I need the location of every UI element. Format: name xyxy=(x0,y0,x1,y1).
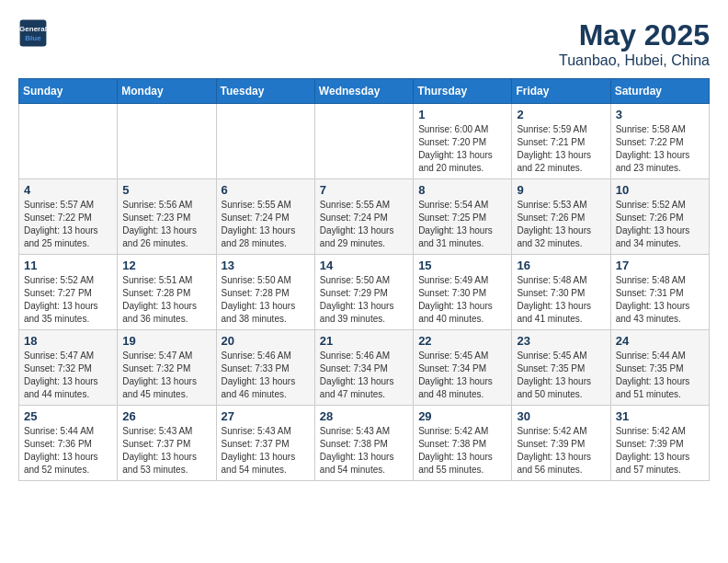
calendar-cell: 3Sunrise: 5:58 AMSunset: 7:22 PMDaylight… xyxy=(610,104,709,179)
calendar-cell: 1Sunrise: 6:00 AMSunset: 7:20 PMDaylight… xyxy=(414,104,512,179)
calendar-cell: 9Sunrise: 5:53 AMSunset: 7:26 PMDaylight… xyxy=(512,179,610,255)
day-info: Sunrise: 5:45 AMSunset: 7:34 PMDaylight:… xyxy=(418,350,506,401)
weekday-thursday: Thursday xyxy=(414,79,512,104)
day-number: 26 xyxy=(122,409,210,423)
day-info: Sunrise: 5:52 AMSunset: 7:27 PMDaylight:… xyxy=(24,274,112,326)
day-number: 29 xyxy=(418,409,506,423)
logo-icon: General Blue xyxy=(18,18,48,48)
day-number: 22 xyxy=(418,334,506,348)
day-number: 27 xyxy=(222,409,310,423)
day-number: 11 xyxy=(24,259,112,272)
day-number: 4 xyxy=(24,183,112,197)
calendar-week-5: 25Sunrise: 5:44 AMSunset: 7:36 PMDayligh… xyxy=(19,406,710,481)
calendar-cell: 4Sunrise: 5:57 AMSunset: 7:22 PMDaylight… xyxy=(19,179,118,255)
weekday-sunday: Sunday xyxy=(19,79,118,104)
day-number: 2 xyxy=(517,108,605,121)
day-number: 3 xyxy=(616,108,704,121)
calendar-cell: 24Sunrise: 5:44 AMSunset: 7:35 PMDayligh… xyxy=(610,330,709,406)
calendar-cell: 15Sunrise: 5:49 AMSunset: 7:30 PMDayligh… xyxy=(414,255,512,330)
svg-text:General: General xyxy=(19,25,47,33)
day-info: Sunrise: 5:49 AMSunset: 7:30 PMDaylight:… xyxy=(418,274,506,326)
day-info: Sunrise: 5:42 AMSunset: 7:38 PMDaylight:… xyxy=(418,425,506,477)
day-info: Sunrise: 5:45 AMSunset: 7:35 PMDaylight:… xyxy=(517,350,605,401)
day-number: 30 xyxy=(517,409,605,423)
day-info: Sunrise: 5:43 AMSunset: 7:38 PMDaylight:… xyxy=(320,425,408,477)
day-info: Sunrise: 5:47 AMSunset: 7:32 PMDaylight:… xyxy=(122,350,210,401)
calendar-cell: 17Sunrise: 5:48 AMSunset: 7:31 PMDayligh… xyxy=(610,255,709,330)
day-number: 9 xyxy=(517,183,605,197)
day-info: Sunrise: 5:44 AMSunset: 7:36 PMDaylight:… xyxy=(24,425,112,477)
day-number: 10 xyxy=(616,183,704,197)
calendar-cell: 6Sunrise: 5:55 AMSunset: 7:24 PMDaylight… xyxy=(216,179,314,255)
calendar-cell: 10Sunrise: 5:52 AMSunset: 7:26 PMDayligh… xyxy=(610,179,709,255)
day-info: Sunrise: 5:53 AMSunset: 7:26 PMDaylight:… xyxy=(517,199,605,250)
calendar-week-4: 18Sunrise: 5:47 AMSunset: 7:32 PMDayligh… xyxy=(19,330,710,406)
day-number: 23 xyxy=(517,334,605,348)
calendar-cell: 14Sunrise: 5:50 AMSunset: 7:29 PMDayligh… xyxy=(314,255,413,330)
day-info: Sunrise: 5:50 AMSunset: 7:29 PMDaylight:… xyxy=(320,274,408,326)
calendar-cell: 25Sunrise: 5:44 AMSunset: 7:36 PMDayligh… xyxy=(19,406,118,481)
calendar-week-1: 1Sunrise: 6:00 AMSunset: 7:20 PMDaylight… xyxy=(19,104,710,179)
calendar-cell: 23Sunrise: 5:45 AMSunset: 7:35 PMDayligh… xyxy=(512,330,610,406)
day-number: 1 xyxy=(418,108,506,121)
page-header: General Blue May 2025 Tuanbao, Hubei, Ch… xyxy=(18,18,710,69)
day-info: Sunrise: 5:46 AMSunset: 7:34 PMDaylight:… xyxy=(320,350,408,401)
weekday-saturday: Saturday xyxy=(610,79,709,104)
weekday-friday: Friday xyxy=(512,79,610,104)
day-info: Sunrise: 5:46 AMSunset: 7:33 PMDaylight:… xyxy=(222,350,310,401)
day-number: 16 xyxy=(517,259,605,272)
day-number: 5 xyxy=(122,183,210,197)
day-number: 28 xyxy=(320,409,408,423)
day-info: Sunrise: 5:59 AMSunset: 7:21 PMDaylight:… xyxy=(517,123,605,175)
calendar-cell: 27Sunrise: 5:43 AMSunset: 7:37 PMDayligh… xyxy=(216,406,314,481)
day-info: Sunrise: 5:55 AMSunset: 7:24 PMDaylight:… xyxy=(320,199,408,250)
day-info: Sunrise: 5:43 AMSunset: 7:37 PMDaylight:… xyxy=(222,425,310,477)
day-number: 12 xyxy=(122,259,210,272)
day-info: Sunrise: 5:55 AMSunset: 7:24 PMDaylight:… xyxy=(222,199,310,250)
weekday-header-row: SundayMondayTuesdayWednesdayThursdayFrid… xyxy=(19,79,710,104)
calendar-cell: 11Sunrise: 5:52 AMSunset: 7:27 PMDayligh… xyxy=(19,255,118,330)
day-number: 15 xyxy=(418,259,506,272)
day-info: Sunrise: 5:42 AMSunset: 7:39 PMDaylight:… xyxy=(517,425,605,477)
weekday-monday: Monday xyxy=(118,79,216,104)
calendar-cell xyxy=(216,104,314,179)
weekday-tuesday: Tuesday xyxy=(216,79,314,104)
day-info: Sunrise: 6:00 AMSunset: 7:20 PMDaylight:… xyxy=(418,123,506,175)
day-info: Sunrise: 5:42 AMSunset: 7:39 PMDaylight:… xyxy=(616,425,704,477)
calendar-cell: 31Sunrise: 5:42 AMSunset: 7:39 PMDayligh… xyxy=(610,406,709,481)
day-info: Sunrise: 5:48 AMSunset: 7:31 PMDaylight:… xyxy=(616,274,704,326)
day-info: Sunrise: 5:50 AMSunset: 7:28 PMDaylight:… xyxy=(222,274,310,326)
calendar-cell: 8Sunrise: 5:54 AMSunset: 7:25 PMDaylight… xyxy=(414,179,512,255)
title-block: May 2025 Tuanbao, Hubei, China xyxy=(559,18,710,69)
month-title: May 2025 xyxy=(559,18,710,52)
day-info: Sunrise: 5:52 AMSunset: 7:26 PMDaylight:… xyxy=(616,199,704,250)
day-number: 31 xyxy=(616,409,704,423)
svg-text:Blue: Blue xyxy=(25,34,41,42)
day-info: Sunrise: 5:44 AMSunset: 7:35 PMDaylight:… xyxy=(616,350,704,401)
calendar-cell: 16Sunrise: 5:48 AMSunset: 7:30 PMDayligh… xyxy=(512,255,610,330)
calendar-cell: 19Sunrise: 5:47 AMSunset: 7:32 PMDayligh… xyxy=(118,330,216,406)
weekday-wednesday: Wednesday xyxy=(314,79,413,104)
calendar-week-3: 11Sunrise: 5:52 AMSunset: 7:27 PMDayligh… xyxy=(19,255,710,330)
calendar-cell xyxy=(314,104,413,179)
calendar-cell: 12Sunrise: 5:51 AMSunset: 7:28 PMDayligh… xyxy=(118,255,216,330)
day-number: 8 xyxy=(418,183,506,197)
day-info: Sunrise: 5:56 AMSunset: 7:23 PMDaylight:… xyxy=(122,199,210,250)
day-number: 18 xyxy=(24,334,112,348)
calendar-cell: 26Sunrise: 5:43 AMSunset: 7:37 PMDayligh… xyxy=(118,406,216,481)
day-number: 13 xyxy=(222,259,310,272)
calendar-cell: 21Sunrise: 5:46 AMSunset: 7:34 PMDayligh… xyxy=(314,330,413,406)
calendar-cell: 20Sunrise: 5:46 AMSunset: 7:33 PMDayligh… xyxy=(216,330,314,406)
day-number: 14 xyxy=(320,259,408,272)
calendar-cell: 30Sunrise: 5:42 AMSunset: 7:39 PMDayligh… xyxy=(512,406,610,481)
day-number: 25 xyxy=(24,409,112,423)
calendar-cell xyxy=(118,104,216,179)
logo: General Blue xyxy=(18,18,48,48)
day-info: Sunrise: 5:51 AMSunset: 7:28 PMDaylight:… xyxy=(122,274,210,326)
calendar-cell xyxy=(19,104,118,179)
day-number: 20 xyxy=(222,334,310,348)
calendar-table: SundayMondayTuesdayWednesdayThursdayFrid… xyxy=(18,78,710,481)
calendar-cell: 29Sunrise: 5:42 AMSunset: 7:38 PMDayligh… xyxy=(414,406,512,481)
day-info: Sunrise: 5:58 AMSunset: 7:22 PMDaylight:… xyxy=(616,123,704,175)
day-info: Sunrise: 5:54 AMSunset: 7:25 PMDaylight:… xyxy=(418,199,506,250)
